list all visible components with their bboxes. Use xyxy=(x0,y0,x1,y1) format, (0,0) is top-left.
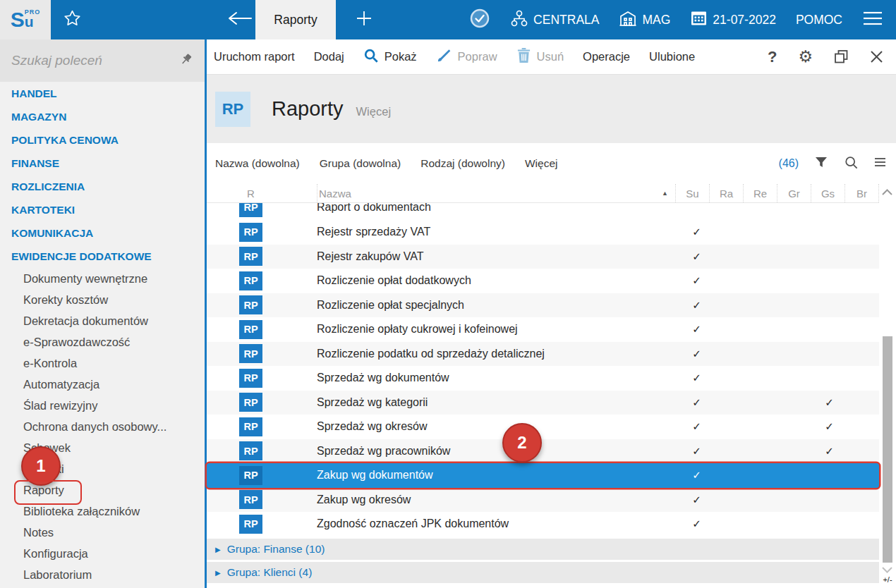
scrollbar-thumb[interactable] xyxy=(883,336,892,563)
sidebar-item-komunikacja[interactable]: KOMUNIKACJA xyxy=(0,221,205,245)
favorites-button[interactable]: Ulubione xyxy=(649,50,695,63)
warehouse-selector[interactable]: MAG xyxy=(619,10,670,30)
sync-status-button[interactable] xyxy=(469,8,490,32)
filter-items: Nazwa (dowolna)Grupa (dowolna)Rodzaj (do… xyxy=(215,157,557,170)
table-row[interactable]: RPSprzedaż wg kategorii✓✓ xyxy=(207,391,879,415)
sidebar-item-notes[interactable]: Notes xyxy=(0,522,205,543)
sidebar-item-dekretacja-dokumentów[interactable]: Dekretacja dokumentów xyxy=(0,310,205,331)
org-chart-icon xyxy=(510,9,528,31)
table-row[interactable]: RPZakup wg okresów✓ xyxy=(207,488,879,513)
main-menu-button[interactable] xyxy=(862,11,883,30)
check-cell-su: ✓ xyxy=(680,323,713,336)
sidebar-item-ewidencje-dodatkowe[interactable]: EWIDENCJE DODATKOWE xyxy=(0,245,205,268)
column-header-nazwa[interactable]: Nazwa ▲ xyxy=(317,184,675,202)
sidebar-item-magazyn[interactable]: MAGAZYN xyxy=(0,105,205,128)
close-button[interactable] xyxy=(870,50,883,63)
app-logo[interactable]: S PRO u xyxy=(0,0,51,39)
tab-raporty[interactable]: Raporty xyxy=(255,0,336,39)
help-menu[interactable]: POMOC xyxy=(796,13,842,27)
table-row[interactable]: RPRozliczenie opłat dodatkowych✓ xyxy=(207,269,879,293)
show-button[interactable]: Pokaż xyxy=(363,48,417,66)
table-row[interactable]: RPZgodność oznaczeń JPK dokumentów✓ xyxy=(207,512,879,537)
new-tab-button[interactable] xyxy=(351,0,377,39)
table-row[interactable]: RPRozliczenie opłat specjalnych✓ xyxy=(207,293,879,318)
group-row[interactable]: ▶Grupa: Finanse (10) xyxy=(207,539,879,560)
sidebar-item-kartoteki[interactable]: KARTOTEKI xyxy=(0,198,205,221)
report-type-badge: RP xyxy=(239,295,262,314)
sidebar-item-laboratorium[interactable]: Laboratorium xyxy=(0,564,205,585)
title-more-link[interactable]: Więcej xyxy=(356,105,392,118)
zoom-control-label[interactable]: +/- xyxy=(879,575,896,584)
sort-ascending-icon[interactable]: ▲ xyxy=(662,190,668,197)
sidebar: Szukaj poleceń HANDELMAGAZYNPOLITYKA CEN… xyxy=(0,39,205,588)
report-name: Rejestr zakupów VAT xyxy=(317,250,680,263)
filter-rodzaj-dowolny[interactable]: Rodzaj (dowolny) xyxy=(420,157,505,170)
sidebar-item-dokumenty-wewnętrzne[interactable]: Dokumenty wewnętrzne xyxy=(0,268,205,289)
top-bar: S PRO u Raporty xyxy=(0,0,896,39)
sidebar-item-ślad-rewizyjny[interactable]: Ślad rewizyjny xyxy=(0,395,205,416)
expand-triangle-icon: ▶ xyxy=(215,569,221,577)
column-header-nazwa-label: Nazwa xyxy=(319,188,351,200)
module-badge: RP xyxy=(215,92,250,127)
sidebar-item-finanse[interactable]: FINANSE xyxy=(0,152,205,175)
table-header: R Nazwa ▲ SuRaReGrGsBr xyxy=(207,184,879,203)
branch-selector[interactable]: CENTRALA xyxy=(510,9,599,31)
column-header-su[interactable]: Su xyxy=(675,184,709,202)
report-name: Rozliczenie opłat specjalnych xyxy=(317,299,680,312)
table-row[interactable]: RPRozliczenie opłaty cukrowej i kofeinow… xyxy=(207,317,879,342)
table-row[interactable]: RPRaport o dokumentach xyxy=(207,203,879,220)
help-button[interactable]: ? xyxy=(768,48,777,66)
date-selector[interactable]: 21-07-2022 xyxy=(690,10,776,30)
table-row[interactable]: RPZakup wg dokumentów✓ xyxy=(207,463,879,488)
sidebar-item-korekty-kosztów[interactable]: Korekty kosztów xyxy=(0,289,205,310)
report-type-badge: RP xyxy=(239,417,262,436)
back-button[interactable] xyxy=(224,0,255,39)
table-row[interactable]: RPSprzedaż wg pracowników✓✓ xyxy=(207,439,879,464)
favorites-star-button[interactable] xyxy=(51,0,93,39)
check-cell-su: ✓ xyxy=(680,494,713,506)
filter-grupa-dowolna[interactable]: Grupa (dowolna) xyxy=(320,157,401,170)
column-header-re[interactable]: Re xyxy=(743,184,777,202)
add-button[interactable]: Dodaj xyxy=(314,50,344,63)
column-header-gs[interactable]: Gs xyxy=(811,184,844,202)
search-input[interactable]: Szukaj poleceń xyxy=(11,53,179,68)
report-type-badge: RP xyxy=(239,320,262,339)
delete-button[interactable]: Usuń xyxy=(516,47,564,66)
table-row[interactable]: RPRejestr sprzedaży VAT✓ xyxy=(207,220,879,245)
filter-funnel-icon[interactable] xyxy=(814,155,828,172)
sidebar-item-e-kontrola[interactable]: e-Kontrola xyxy=(0,353,205,374)
sidebar-item-polityka-cenowa[interactable]: POLITYKA CENOWA xyxy=(0,128,205,152)
operations-button[interactable]: Operacje xyxy=(583,50,630,63)
scroll-up-icon[interactable] xyxy=(881,186,893,199)
table-row[interactable]: RPRozliczenie podatku od sprzedaży detal… xyxy=(207,342,879,367)
command-search[interactable]: Szukaj poleceń xyxy=(0,39,205,82)
group-label: Grupa: Klienci (4) xyxy=(227,566,313,579)
table-row[interactable]: RPRejestr zakupów VAT✓ xyxy=(207,245,879,269)
list-options-icon[interactable] xyxy=(874,157,886,170)
warehouse-label: MAG xyxy=(642,13,670,27)
brush-icon xyxy=(436,47,452,66)
column-header-br[interactable]: Br xyxy=(844,184,879,202)
sidebar-item-ochrona-danych-osobowy[interactable]: Ochrona danych osobowy... xyxy=(0,416,205,437)
sidebar-item-handel[interactable]: HANDEL xyxy=(0,82,205,105)
column-header-gr[interactable]: Gr xyxy=(777,184,811,202)
sidebar-item-e-sprawozdawczość[interactable]: e-Sprawozdawczość xyxy=(0,331,205,353)
sidebar-item-konfiguracja[interactable]: Konfiguracja xyxy=(0,543,205,564)
sidebar-item-automatyzacja[interactable]: Automatyzacja xyxy=(0,374,205,395)
group-label: Grupa: Finanse (10) xyxy=(227,543,325,556)
table-row[interactable]: RPSprzedaż wg okresów✓✓ xyxy=(207,415,879,439)
edit-button[interactable]: Popraw xyxy=(436,47,497,66)
filter-więcej[interactable]: Więcej xyxy=(525,157,558,170)
table-row[interactable]: RPSprzedaż wg dokumentów✓ xyxy=(207,366,879,391)
run-report-button[interactable]: Uruchom raport xyxy=(214,50,295,63)
group-row[interactable]: ▶Grupa: Klienci (4) xyxy=(207,562,879,583)
back-arrow-icon xyxy=(227,10,253,30)
column-header-r[interactable]: R xyxy=(239,184,262,202)
search-list-icon[interactable] xyxy=(844,155,859,173)
detach-window-button[interactable] xyxy=(834,49,849,64)
sidebar-item-rozliczenia[interactable]: ROZLICZENIA xyxy=(0,175,205,198)
settings-gear-button[interactable]: ⚙ xyxy=(798,49,813,65)
filter-nazwa-dowolna[interactable]: Nazwa (dowolna) xyxy=(215,157,300,170)
column-header-ra[interactable]: Ra xyxy=(709,184,743,202)
pin-icon[interactable] xyxy=(179,52,193,69)
